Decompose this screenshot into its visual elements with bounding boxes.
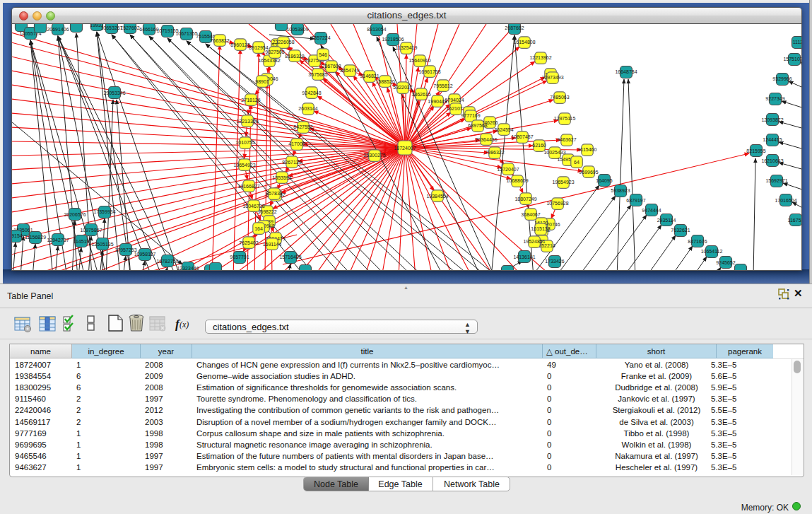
svg-text:64: 64 [574, 160, 579, 165]
svg-text:62160: 62160 [532, 143, 546, 148]
svg-text:10756928: 10756928 [546, 201, 568, 206]
svg-text:39154: 39154 [12, 233, 23, 238]
svg-text:9857791: 9857791 [230, 255, 249, 259]
svg-text:12213962: 12213962 [529, 55, 551, 60]
svg-text:3698222: 3698222 [257, 209, 276, 214]
svg-text:16154808: 16154808 [513, 40, 535, 45]
svg-text:9146821: 9146821 [360, 74, 379, 78]
svg-text:16648784: 16648784 [615, 69, 637, 74]
svg-text:8215955: 8215955 [746, 148, 765, 153]
svg-text:8267130: 8267130 [282, 160, 301, 165]
svg-text:6794024: 6794024 [445, 98, 464, 103]
svg-text:11325419: 11325419 [396, 45, 418, 50]
svg-text:16961758: 16961758 [418, 69, 440, 74]
svg-text:8471676: 8471676 [688, 239, 707, 244]
svg-text:9245652: 9245652 [716, 260, 735, 265]
svg-text:1244415: 1244415 [763, 137, 782, 142]
svg-text:19654923: 19654923 [233, 163, 255, 168]
svg-text:7625402: 7625402 [239, 240, 258, 245]
svg-text:1010755: 1010755 [235, 140, 254, 145]
svg-text:12213369: 12213369 [236, 119, 258, 124]
svg-text:12942737: 12942737 [47, 238, 69, 243]
svg-text:10973493: 10973493 [541, 75, 563, 80]
svg-text:12505135: 12505135 [91, 242, 113, 247]
svg-text:9699695: 9699695 [579, 170, 598, 175]
svg-text:29053346: 29053346 [103, 90, 125, 95]
svg-text:1621072: 1621072 [446, 106, 465, 111]
svg-text:1588520: 1588520 [375, 79, 394, 84]
svg-text:164095: 164095 [596, 178, 612, 183]
svg-text:19384554: 19384554 [426, 194, 448, 199]
svg-text:11156829: 11156829 [25, 235, 46, 240]
svg-text:15640910: 15640910 [408, 58, 430, 63]
svg-text:9115460: 9115460 [578, 147, 597, 152]
svg-text:10053809: 10053809 [286, 27, 308, 32]
svg-text:17016504: 17016504 [775, 198, 796, 203]
svg-text:417006: 417006 [288, 141, 305, 146]
svg-text:2935114: 2935114 [657, 218, 676, 223]
svg-text:10688609: 10688609 [506, 178, 528, 183]
svg-text:15716485: 15716485 [279, 255, 301, 259]
svg-text:7663822: 7663822 [210, 38, 229, 43]
svg-text:7632621: 7632621 [671, 228, 690, 233]
svg-text:16543382: 16543382 [258, 58, 280, 63]
svg-text:546: 546 [319, 52, 327, 57]
svg-text:12093872: 12093872 [761, 117, 783, 122]
svg-text:7986322: 7986322 [485, 150, 504, 155]
svg-text:9474444: 9474444 [642, 208, 661, 213]
svg-text:10654112: 10654112 [701, 249, 723, 254]
svg-text:164: 164 [254, 226, 263, 231]
svg-text:(x): (x) [180, 320, 189, 329]
svg-text:10958117: 10958117 [134, 252, 156, 257]
svg-text:2718126: 2718126 [241, 98, 260, 103]
svg-text:17359934: 17359934 [93, 209, 115, 214]
svg-text:12323446: 12323446 [177, 266, 199, 270]
svg-text:7357224: 7357224 [311, 35, 330, 40]
svg-text:19524851: 19524851 [523, 239, 545, 244]
svg-text:1527602: 1527602 [120, 25, 139, 30]
svg-text:16046738: 16046738 [242, 204, 264, 209]
svg-text:857833: 857833 [266, 191, 282, 196]
svg-text:5938923: 5938923 [611, 188, 630, 193]
svg-text:3624554: 3624554 [494, 127, 513, 132]
svg-text:9329966: 9329966 [772, 76, 792, 81]
svg-text:20206576: 20206576 [64, 212, 86, 217]
svg-text:3675685: 3675685 [308, 72, 327, 77]
svg-text:19166827: 19166827 [237, 184, 259, 189]
svg-text:10807487: 10807487 [511, 134, 533, 139]
svg-text:2867608: 2867608 [322, 64, 341, 69]
svg-text:98901: 98901 [255, 79, 269, 84]
svg-text:1353594: 1353594 [272, 175, 291, 180]
svg-text:9463627: 9463627 [557, 137, 576, 142]
svg-text:8454749: 8454749 [340, 68, 359, 73]
svg-text:9242848: 9242848 [302, 90, 321, 95]
svg-text:8427552: 8427552 [293, 124, 312, 129]
svg-text:16782759: 16782759 [156, 259, 178, 264]
svg-text:1112: 1112 [793, 40, 801, 45]
svg-text:10671355: 10671355 [175, 31, 197, 36]
svg-text:1615132: 1615132 [531, 226, 550, 231]
svg-text:9777169: 9777169 [461, 113, 480, 118]
svg-text:18807249: 18807249 [514, 197, 536, 201]
svg-text:252214: 252214 [539, 243, 555, 248]
svg-text:16210643: 16210643 [761, 158, 783, 163]
svg-text:25300275: 25300275 [363, 153, 385, 158]
svg-text:6897568: 6897568 [468, 123, 487, 128]
svg-text:8813054: 8813054 [367, 27, 386, 32]
svg-text:6879197: 6879197 [626, 198, 645, 203]
svg-text:15720407: 15720407 [497, 167, 519, 172]
svg-text:116753: 116753 [788, 218, 801, 223]
svg-text:9227349: 9227349 [765, 96, 784, 101]
svg-text:12975115: 12975115 [554, 116, 576, 121]
svg-text:10975867: 10975867 [80, 228, 102, 233]
svg-text:10025433: 10025433 [543, 150, 565, 155]
svg-text:1362615: 1362615 [411, 92, 430, 97]
svg-text:114519: 114519 [73, 239, 90, 244]
svg-text:14136141: 14136141 [513, 255, 535, 259]
svg-text:23226058: 23226058 [272, 40, 294, 45]
svg-text:19654923: 19654923 [552, 180, 574, 185]
svg-text:15751074: 15751074 [783, 57, 801, 62]
svg-text:8186328: 8186328 [285, 54, 304, 59]
svg-text:15692971: 15692971 [765, 178, 787, 183]
svg-text:2603144: 2603144 [298, 106, 317, 111]
